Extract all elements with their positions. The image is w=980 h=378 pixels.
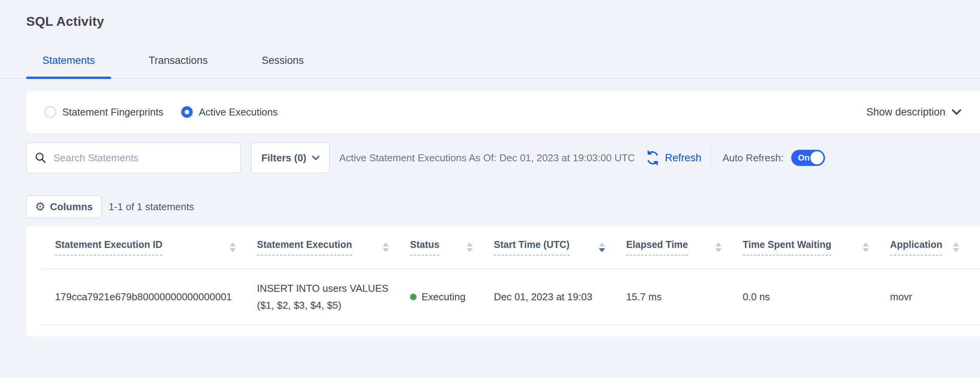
column-header[interactable]: Elapsed Time	[626, 239, 743, 256]
cell-time-spent-waiting: 0.0 ns	[743, 291, 890, 303]
refresh-button[interactable]: Refresh	[645, 150, 702, 166]
column-header-label: Statement Execution	[257, 239, 352, 256]
search-box[interactable]	[26, 142, 241, 173]
tab-sessions[interactable]: Sessions	[245, 54, 320, 78]
column-header[interactable]: Time Spent Waiting	[743, 239, 890, 256]
show-description-button[interactable]: Show description	[866, 106, 962, 118]
column-header[interactable]: Status	[410, 239, 494, 256]
radio-label: Active Executions	[199, 106, 278, 118]
column-header-label: Status	[410, 239, 439, 256]
auto-refresh-toggle[interactable]: On	[791, 150, 825, 166]
sql-activity-tabs: Statements Transactions Sessions	[0, 54, 980, 79]
show-description-label: Show description	[866, 106, 945, 118]
tab-transactions[interactable]: Transactions	[133, 54, 224, 78]
status-dot-icon	[410, 294, 417, 300]
result-count: 1-1 of 1 statements	[108, 201, 194, 213]
cell-elapsed-time: 15.7 ms	[626, 291, 743, 303]
status-label: Executing	[422, 291, 465, 303]
table-header-row: Statement Execution ID Statement Executi…	[41, 226, 980, 269]
radio-label: Statement Fingerprints	[62, 106, 163, 118]
statement-text-line: ($1, $2, $3, $4, $5)	[257, 297, 395, 314]
view-mode-radio-group: Statement Fingerprints Active Executions	[45, 106, 278, 118]
cell-statement-execution: INSERT INTO users VALUES ($1, $2, $3, $4…	[257, 280, 410, 314]
column-header[interactable]: Start Time (UTC)	[494, 239, 626, 256]
column-header-label: Statement Execution ID	[55, 239, 162, 256]
view-mode-card: Statement Fingerprints Active Executions…	[26, 91, 980, 133]
refresh-icon	[645, 150, 660, 166]
column-header-label: Start Time (UTC)	[494, 239, 570, 256]
auto-refresh-control: Auto Refresh: On	[722, 150, 825, 166]
table-row: 179cca7921e679b80000000000000001 INSERT …	[41, 269, 980, 325]
radio-statement-fingerprints[interactable]: Statement Fingerprints	[45, 106, 163, 118]
cell-status: Executing	[410, 291, 494, 303]
sort-icon[interactable]	[383, 243, 389, 252]
columns-button[interactable]: ⚙ Columns	[26, 195, 102, 218]
gear-icon: ⚙	[35, 201, 45, 212]
sort-icon[interactable]	[467, 243, 473, 252]
columns-label: Columns	[50, 201, 93, 213]
table-toolbar: ⚙ Columns 1-1 of 1 statements	[26, 195, 980, 218]
refresh-label: Refresh	[665, 152, 702, 164]
cell-start-time: Dec 01, 2023 at 19:03	[494, 291, 626, 303]
controls-row: Filters (0) Active Statement Executions …	[26, 142, 980, 174]
column-header[interactable]: Statement Execution	[257, 239, 410, 256]
column-header[interactable]: Statement Execution ID	[55, 239, 257, 256]
column-header-label: Time Spent Waiting	[743, 239, 832, 256]
column-header-label: Application	[890, 239, 942, 256]
sort-icon[interactable]	[863, 243, 869, 252]
sort-icon[interactable]	[230, 243, 236, 252]
column-header-label: Elapsed Time	[626, 239, 688, 256]
vertical-divider	[712, 146, 712, 170]
column-header[interactable]: Application	[890, 239, 980, 256]
sort-icon[interactable]	[599, 243, 605, 252]
search-input[interactable]	[53, 152, 233, 164]
auto-refresh-label: Auto Refresh:	[722, 152, 783, 164]
cell-application: movr	[890, 291, 980, 303]
sort-icon[interactable]	[715, 243, 722, 252]
cell-execution-id: 179cca7921e679b80000000000000001	[55, 291, 257, 303]
radio-active-executions[interactable]: Active Executions	[181, 106, 278, 118]
toggle-knob[interactable]	[810, 151, 823, 164]
chevron-down-icon	[952, 109, 962, 115]
page-title: SQL Activity	[26, 14, 980, 29]
statement-text-line: INSERT INTO users VALUES	[257, 280, 395, 297]
filters-label: Filters (0)	[261, 152, 306, 164]
statements-table-card: Statement Execution ID Statement Executi…	[26, 226, 980, 336]
tab-statements[interactable]: Statements	[26, 54, 111, 78]
radio-icon[interactable]	[181, 106, 193, 118]
as-of-timestamp: Active Statement Executions As Of: Dec 0…	[339, 152, 635, 164]
sort-icon[interactable]	[953, 243, 959, 252]
chevron-down-icon	[312, 156, 320, 161]
search-icon	[34, 152, 47, 164]
radio-icon[interactable]	[45, 106, 56, 118]
toggle-state-label: On	[798, 153, 810, 163]
filters-button[interactable]: Filters (0)	[251, 142, 330, 173]
